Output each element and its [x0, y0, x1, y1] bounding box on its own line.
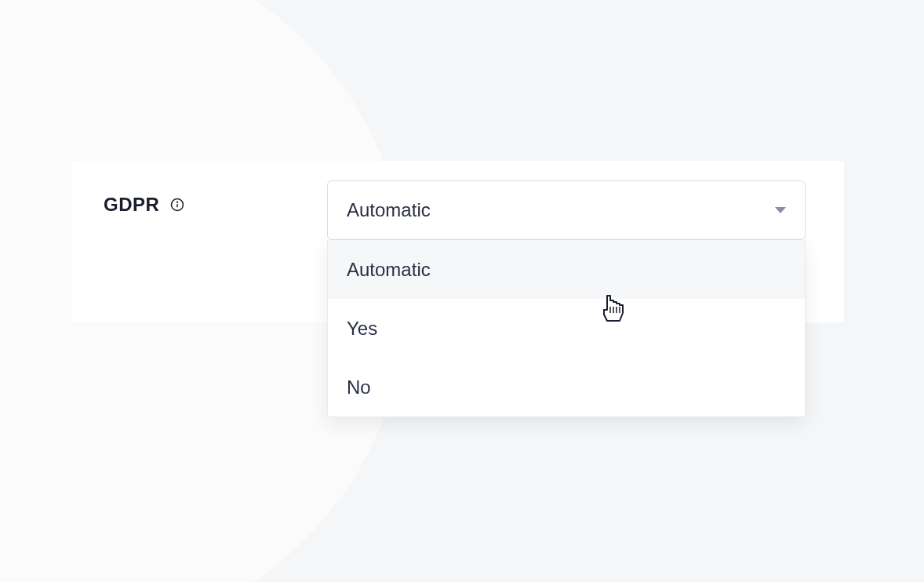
gdpr-dropdown: Automatic Automatic Yes No: [327, 180, 806, 417]
field-label-section: GDPR: [104, 194, 186, 216]
svg-point-2: [177, 202, 178, 202]
gdpr-dropdown-select[interactable]: Automatic: [327, 180, 806, 240]
gdpr-dropdown-menu: Automatic Yes No: [327, 240, 806, 417]
info-icon[interactable]: [169, 196, 186, 213]
dropdown-selected-value: Automatic: [347, 199, 431, 221]
dropdown-option-no[interactable]: No: [328, 358, 805, 416]
gdpr-label: GDPR: [104, 194, 159, 216]
dropdown-option-automatic[interactable]: Automatic: [328, 240, 805, 299]
dropdown-option-yes[interactable]: Yes: [328, 299, 805, 358]
chevron-down-icon: [775, 207, 786, 213]
